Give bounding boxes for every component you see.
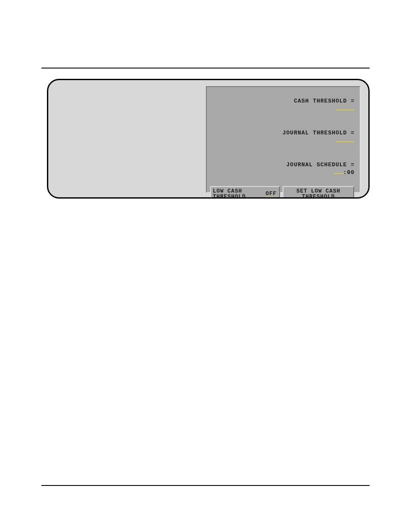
button-rows: LOW CASH THRESHOLD OFF SET LOW CASH THRE… [210, 186, 356, 199]
header-journal-schedule: JOURNAL SCHEDULE = :00 [210, 153, 355, 184]
journal-schedule-suffix: :00 [343, 169, 355, 176]
panel-outer: CASH THRESHOLD = JOURNAL THRESHOLD = JOU… [47, 79, 370, 199]
journal-schedule-hour [334, 173, 343, 174]
journal-threshold-value [336, 141, 355, 142]
cash-threshold-value [336, 109, 355, 110]
device-screen: CASH THRESHOLD = JOURNAL THRESHOLD = JOU… [206, 86, 361, 193]
journal-threshold-label: JOURNAL THRESHOLD = [283, 130, 355, 136]
header-journal-threshold: JOURNAL THRESHOLD = [210, 121, 355, 152]
set-low-cash-threshold-button[interactable]: SET LOW CASH THRESHOLD [283, 186, 354, 199]
low-cash-threshold-state: OFF [265, 191, 277, 198]
header-cash-threshold: CASH THRESHOLD = [210, 90, 355, 121]
rule-bottom [41, 485, 370, 486]
cash-threshold-label: CASH THRESHOLD = [294, 98, 355, 104]
rule-top [41, 68, 370, 68]
page: CASH THRESHOLD = JOURNAL THRESHOLD = JOU… [0, 0, 411, 532]
low-cash-threshold-toggle[interactable]: LOW CASH THRESHOLD OFF [210, 186, 280, 199]
journal-schedule-label: JOURNAL SCHEDULE = [286, 162, 355, 168]
low-cash-threshold-label: LOW CASH THRESHOLD [213, 189, 246, 199]
set-low-cash-threshold-label: SET LOW CASH THRESHOLD [296, 189, 340, 199]
row-low-cash: LOW CASH THRESHOLD OFF SET LOW CASH THRE… [210, 186, 356, 199]
